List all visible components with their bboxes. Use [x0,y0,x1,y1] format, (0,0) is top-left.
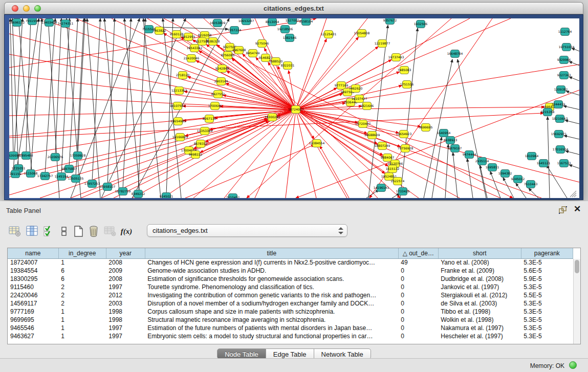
graph-node[interactable]: 19751074 [559,43,575,51]
function-builder-icon[interactable]: f(x) [119,224,134,239]
table-row[interactable]: 1872400712008Changes of HCN gene express… [8,258,573,267]
graph-node[interactable]: 8454749 [246,50,260,57]
graph-node[interactable]: 20206576 [48,154,63,161]
column-header-title[interactable]: title [145,248,398,258]
graph-node[interactable]: 7485083 [398,67,411,74]
column-header-short[interactable]: short [438,248,521,258]
column-header-year[interactable]: year [106,248,145,258]
graph-node[interactable]: 1094382 [498,170,512,178]
row-selection-icon[interactable] [41,224,56,239]
graph-node[interactable]: 9245012 [511,176,525,183]
graph-node[interactable]: 98975887 [61,165,77,173]
graph-node[interactable]: 9474444 [463,151,476,159]
table-mode-icon[interactable] [7,224,23,239]
graph-node[interactable]: 9245021 [160,193,173,199]
graph-node[interactable]: 8349212 [132,190,145,198]
new-column-icon[interactable] [71,224,86,239]
graph-node[interactable]: 1640954 [437,129,451,137]
graph-node[interactable]: 9357672 [383,18,397,25]
memory-status-indicator[interactable] [569,361,577,369]
canvas-resize-grip[interactable] [574,195,576,197]
graph-node[interactable]: 9275046 [255,40,269,48]
graph-node[interactable]: 15692971 [551,130,567,138]
table-row[interactable]: 946554611997Estimation of the future num… [8,324,573,332]
graph-node[interactable]: 8158104 [299,18,313,26]
network-canvas[interactable]: 1872400718300295193845547463822916012889… [9,18,579,198]
table-scrollbar[interactable] [573,259,580,344]
table-row[interactable]: 1938455462009Genome-wide association stu… [8,267,573,275]
graph-node[interactable]: 9227343 [557,72,571,79]
column-visibility-icon[interactable] [25,224,40,239]
graph-node[interactable]: 1932506 [414,20,428,28]
table-row[interactable]: 911546021997Tourette syndrome. Phenomeno… [8,283,573,291]
graph-node[interactable]: 6879197 [448,145,462,152]
graph-node[interactable]: 8427552 [211,91,225,98]
graph-node[interactable]: 1145194 [55,173,69,181]
graph-node[interactable]: 12219877 [375,40,390,48]
table-row[interactable]: 946362711997Embryonic stem cells: a mode… [8,332,573,340]
table-selector-dropdown[interactable]: citations_edges.txt [147,224,347,237]
graph-node[interactable]: 2903144 [214,78,228,85]
table-row[interactable]: 1830029562008Estimation of significance … [8,275,573,283]
graph-node[interactable]: 17342757 [37,172,53,180]
close-panel-icon[interactable]: ✕ [573,205,582,214]
window-titlebar[interactable]: citations_edges.txt [4,2,583,14]
graph-node[interactable]: 1209382 [554,86,568,94]
graph-node[interactable]: 17016504 [553,146,569,154]
graph-node[interactable]: 17957253 [84,180,100,188]
graph-node[interactable]: 8267130 [203,115,216,123]
graph-node[interactable]: 10688609 [364,132,380,139]
column-header-name[interactable]: name [8,248,58,258]
tab-network-table[interactable]: Network Table [314,348,371,359]
graph-node[interactable]: 1382546 [283,34,297,42]
canvas-resize-grip[interactable] [572,193,576,197]
float-panel-icon[interactable] [558,206,568,215]
graph-node[interactable]: 16782759 [115,188,131,195]
graph-node[interactable]: 9329966 [557,56,571,64]
graph-node[interactable]: 19654985 [170,118,186,125]
graph-node[interactable]: 1167533 [557,160,571,167]
graph-node[interactable]: 19218506 [277,26,293,33]
graph-node[interactable]: 11054808 [354,30,370,37]
delete-table-icon[interactable] [102,224,118,239]
column-header-indegree[interactable]: in_degree [58,248,106,258]
graph-node[interactable]: 1700646 [208,102,222,110]
graph-node[interactable]: 16648784 [447,50,463,58]
graph-node[interactable]: 9699695 [419,124,433,132]
graph-node[interactable]: 1733426 [396,188,410,195]
graph-node[interactable]: 7610443 [524,181,538,188]
graph-node[interactable]: 7551550 [26,18,39,25]
table-scrollbar-thumb[interactable] [575,260,579,273]
tab-edge-table[interactable]: Edge Table [266,348,314,359]
graph-node[interactable]: 10653287 [238,18,254,25]
delete-column-icon[interactable] [86,224,101,239]
table-row[interactable]: 2242004622012Investigating the contribut… [8,291,573,299]
graph-node[interactable]: 14196141 [374,184,389,192]
graph-node[interactable]: 17359928 [70,152,86,160]
graph-node[interactable]: 8322031 [281,62,295,70]
graph-node[interactable]: 16053809 [210,19,226,27]
graph-node[interactable]: 19654923 [396,130,412,138]
graph-node[interactable]: 8678312 [194,140,208,148]
table-row[interactable]: 969969511998Structural magnetic resonanc… [8,316,573,324]
column-header-pagerank[interactable]: pagerank [521,248,573,258]
column-header-outde[interactable]: △ out_de… [398,248,438,258]
row-height-icon[interactable] [56,224,72,239]
graph-node[interactable]: 1810964 [525,152,539,160]
graph-node[interactable]: 18210643 [552,115,568,123]
table-row[interactable]: 977716911998Corpus callosum shape and si… [8,308,573,316]
graph-node[interactable]: 12125431 [321,31,337,38]
graph-node[interactable]: 1695811 [486,164,499,171]
table-row[interactable]: 1456911722003Disruption of a novel membe… [8,299,573,308]
graph-node[interactable]: 2718120 [176,72,190,79]
graph-node[interactable]: 7357224 [228,27,242,34]
tab-node-table[interactable]: Node Table [217,348,266,359]
graph-node[interactable]: 16274311 [58,20,74,28]
graph-node[interactable]: 1527002 [286,18,299,25]
graph-node[interactable]: 18807249 [375,142,390,150]
graph-node[interactable]: 13505135 [68,175,84,183]
graph-node[interactable]: 1645121 [537,160,551,167]
graph-node[interactable]: 391159 [10,170,21,178]
graph-node[interactable]: 7610452 [226,194,240,199]
graph-node[interactable]: 1112764 [558,28,572,36]
